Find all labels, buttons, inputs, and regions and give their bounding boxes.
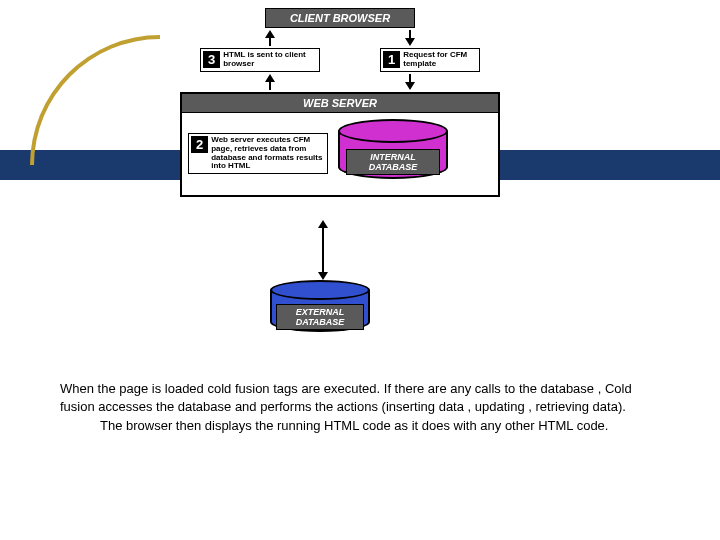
web-server-header: WEB SERVER — [182, 94, 498, 113]
step-2-box: 2 Web server executes CFM page, retrieve… — [188, 133, 328, 174]
paragraph-2: The browser then displays the running HT… — [60, 417, 660, 435]
step-1-text: Request for CFM template — [403, 51, 477, 69]
steps-row-top: 3 HTML is sent to client browser 1 Reque… — [200, 48, 480, 72]
architecture-diagram: CLIENT BROWSER 3 HTML is sent to client … — [180, 8, 500, 197]
step-1-box: 1 Request for CFM template — [380, 48, 480, 72]
paragraph-1: When the page is loaded cold fusion tags… — [60, 380, 660, 415]
step-3-text: HTML is sent to client browser — [223, 51, 317, 69]
step-3-number: 3 — [203, 51, 220, 68]
step-2-number: 2 — [191, 136, 208, 153]
client-browser-header: CLIENT BROWSER — [265, 8, 415, 28]
step-3-box: 3 HTML is sent to client browser — [200, 48, 320, 72]
connector-to-external-db — [318, 220, 328, 280]
decorative-arc — [30, 35, 160, 165]
step-1-number: 1 — [383, 51, 400, 68]
arrows-steps-to-server — [200, 74, 480, 90]
internal-db-label: INTERNAL DATABASE — [346, 149, 440, 175]
description-text: When the page is loaded cold fusion tags… — [60, 380, 660, 437]
web-server-box: WEB SERVER 2 Web server executes CFM pag… — [180, 92, 500, 197]
arrows-client-to-steps — [200, 30, 480, 46]
external-database-icon: EXTERNAL DATABASE — [270, 280, 370, 340]
step-2-text: Web server executes CFM page, retrieves … — [211, 136, 325, 171]
external-db-label: EXTERNAL DATABASE — [276, 304, 364, 330]
internal-database-icon: INTERNAL DATABASE — [338, 119, 448, 189]
